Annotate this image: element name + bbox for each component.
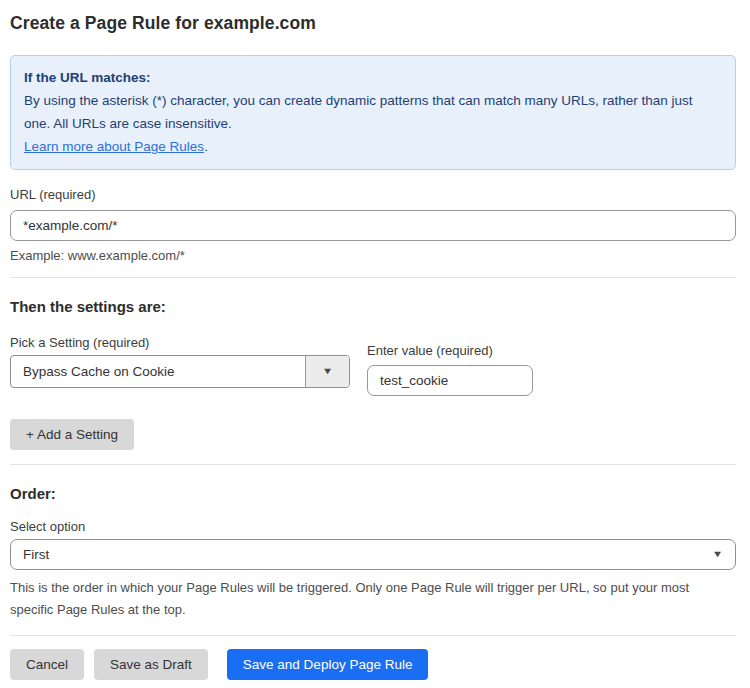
link-suffix: . [204, 139, 208, 154]
setting-select-value: Bypass Cache on Cookie [11, 364, 305, 379]
divider [10, 464, 736, 465]
setting-select-label: Pick a Setting (required) [10, 335, 350, 350]
caret-down-icon: ▼ [322, 367, 334, 376]
info-box-body: By using the asterisk (*) character, you… [24, 89, 722, 135]
url-field-label: URL (required) [10, 187, 736, 202]
info-box-link-line: Learn more about Page Rules. [24, 135, 722, 158]
divider [10, 277, 736, 278]
info-box-heading: If the URL matches: [24, 66, 722, 89]
setting-select-dropdown[interactable]: Bypass Cache on Cookie ▼ [10, 355, 350, 388]
url-matches-info-box: If the URL matches: By using the asteris… [10, 55, 736, 170]
order-section-heading: Order: [10, 485, 736, 502]
page-title: Create a Page Rule for example.com [10, 13, 736, 34]
settings-row: Pick a Setting (required) Bypass Cache o… [10, 335, 736, 396]
add-setting-button[interactable]: + Add a Setting [10, 419, 134, 450]
url-field-example: Example: www.example.com/* [10, 248, 736, 263]
divider [10, 635, 736, 636]
caret-down-icon: ▼ [712, 550, 724, 559]
footer-actions: Cancel Save as Draft Save and Deploy Pag… [10, 649, 736, 680]
order-select-label: Select option [10, 519, 736, 534]
settings-section-heading: Then the settings are: [10, 298, 736, 315]
setting-value-label: Enter value (required) [367, 343, 533, 358]
order-help-text: This is the order in which your Page Rul… [10, 577, 736, 621]
cancel-button[interactable]: Cancel [10, 649, 84, 680]
save-and-deploy-button[interactable]: Save and Deploy Page Rule [227, 649, 429, 680]
order-select-dropdown[interactable]: First ▼ [10, 539, 736, 570]
setting-value-column: Enter value (required) [367, 343, 533, 396]
setting-select-column: Pick a Setting (required) Bypass Cache o… [10, 335, 350, 396]
setting-select-arrow-button[interactable]: ▼ [305, 356, 349, 387]
create-page-rule-form: Create a Page Rule for example.com If th… [0, 0, 750, 680]
save-as-draft-button[interactable]: Save as Draft [94, 649, 208, 680]
learn-more-link[interactable]: Learn more about Page Rules [24, 139, 204, 154]
url-input[interactable] [10, 210, 736, 241]
setting-value-input[interactable] [367, 365, 533, 396]
order-select-value: First [11, 547, 713, 562]
